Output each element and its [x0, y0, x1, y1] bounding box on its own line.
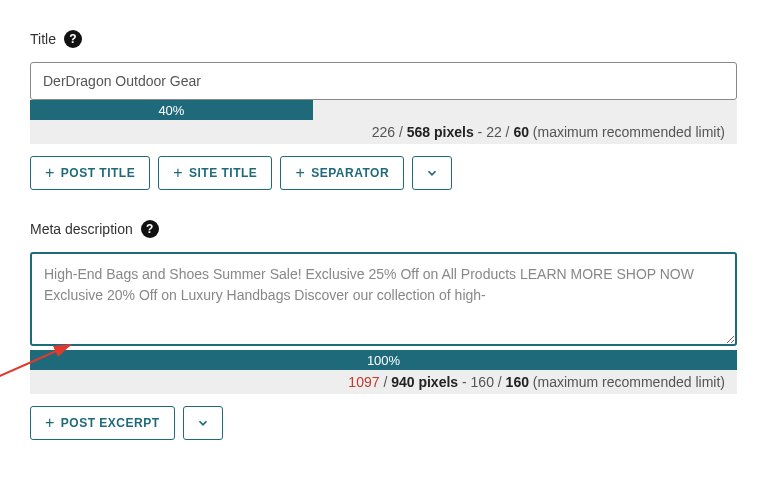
plus-icon: +: [295, 165, 305, 181]
meta-chars-max: 160: [506, 374, 529, 390]
chevron-down-icon: [425, 166, 439, 180]
meta-counter: 1097 / 940 pixels - 160 / 160 (maximum r…: [30, 370, 737, 394]
title-chars-max: 60: [513, 124, 529, 140]
plus-icon: +: [45, 415, 55, 431]
separator-label: SEPARATOR: [311, 166, 389, 180]
site-title-label: SITE TITLE: [189, 166, 257, 180]
meta-button-row: + POST EXCERPT: [30, 406, 737, 440]
title-progress-bar: 40%: [30, 100, 737, 120]
meta-progress-pct: 100%: [367, 353, 400, 368]
meta-label-row: Meta description ?: [30, 220, 737, 238]
chevron-down-icon: [196, 416, 210, 430]
help-icon[interactable]: ?: [64, 30, 82, 48]
title-limit-note: (maximum recommended limit): [533, 124, 725, 140]
meta-chars-current: 160: [471, 374, 494, 390]
post-excerpt-button[interactable]: + POST EXCERPT: [30, 406, 175, 440]
post-excerpt-label: POST EXCERPT: [61, 416, 160, 430]
title-pixels-current: 226: [372, 124, 395, 140]
post-title-button[interactable]: + POST TITLE: [30, 156, 150, 190]
post-title-label: POST TITLE: [61, 166, 135, 180]
title-progress-pct: 40%: [158, 103, 184, 118]
title-progress-fill: 40%: [30, 100, 313, 120]
title-label-row: Title ?: [30, 30, 737, 48]
meta-pixels-current: 1097: [348, 374, 379, 390]
title-input[interactable]: [30, 62, 737, 100]
title-button-row: + POST TITLE + SITE TITLE + SEPARATOR: [30, 156, 737, 190]
meta-field-group: Meta description ? 100% 1097 / 940 pixel…: [30, 220, 737, 440]
meta-pixels-max: 940 pixels: [391, 374, 458, 390]
title-label: Title: [30, 31, 56, 47]
title-counter: 226 / 568 pixels - 22 / 60 (maximum reco…: [30, 120, 737, 144]
meta-label: Meta description: [30, 221, 133, 237]
title-more-button[interactable]: [412, 156, 452, 190]
separator-button[interactable]: + SEPARATOR: [280, 156, 404, 190]
meta-more-button[interactable]: [183, 406, 223, 440]
plus-icon: +: [173, 165, 183, 181]
meta-description-input[interactable]: [30, 252, 737, 346]
meta-progress-fill: 100%: [30, 350, 737, 370]
title-chars-current: 22: [486, 124, 502, 140]
meta-limit-note: (maximum recommended limit): [533, 374, 725, 390]
plus-icon: +: [45, 165, 55, 181]
help-icon[interactable]: ?: [141, 220, 159, 238]
title-field-group: Title ? 40% 226 / 568 pixels - 22 / 60 (…: [30, 30, 737, 190]
site-title-button[interactable]: + SITE TITLE: [158, 156, 272, 190]
meta-progress-bar: 100%: [30, 350, 737, 370]
title-pixels-max: 568 pixels: [407, 124, 474, 140]
